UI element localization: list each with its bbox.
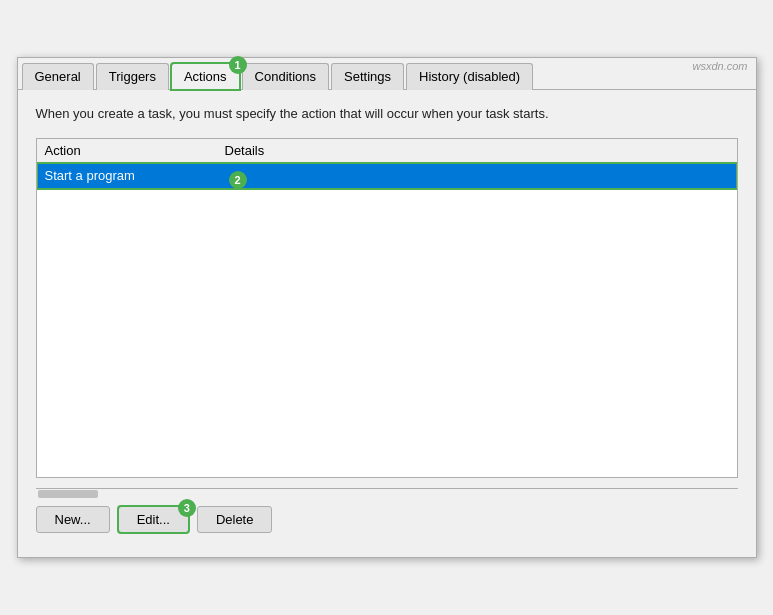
tab-actions-badge: 1 xyxy=(229,56,247,74)
edit-button[interactable]: Edit... 3 xyxy=(118,506,189,533)
edit-button-badge: 3 xyxy=(178,499,196,517)
description-text: When you create a task, you must specify… xyxy=(36,104,738,124)
tab-bar: General Triggers Actions 1 Conditions Se… xyxy=(18,58,756,90)
header-action: Action xyxy=(45,143,225,158)
tab-history[interactable]: History (disabled) xyxy=(406,63,533,90)
row-badge: 2 xyxy=(229,171,247,189)
list-header: Action Details xyxy=(37,139,737,163)
list-body: Start a program 2 xyxy=(37,163,737,473)
scrollbar-thumb xyxy=(38,490,98,498)
button-bar: New... Edit... 3 Delete xyxy=(36,500,738,543)
tab-settings[interactable]: Settings xyxy=(331,63,404,90)
watermark: wsxdn.com xyxy=(692,60,747,72)
task-scheduler-window: General Triggers Actions 1 Conditions Se… xyxy=(17,57,757,558)
table-row[interactable]: Start a program 2 xyxy=(37,163,737,189)
delete-button[interactable]: Delete xyxy=(197,506,273,533)
header-details: Details xyxy=(225,143,729,158)
tab-actions[interactable]: Actions 1 xyxy=(171,63,240,90)
tab-triggers[interactable]: Triggers xyxy=(96,63,169,90)
main-content: When you create a task, you must specify… xyxy=(18,90,756,557)
action-cell: Start a program xyxy=(45,168,217,183)
tab-conditions[interactable]: Conditions xyxy=(242,63,329,90)
tab-general[interactable]: General xyxy=(22,63,94,90)
scrollbar[interactable] xyxy=(36,488,738,500)
new-button[interactable]: New... xyxy=(36,506,110,533)
actions-list-container: Action Details Start a program 2 xyxy=(36,138,738,478)
